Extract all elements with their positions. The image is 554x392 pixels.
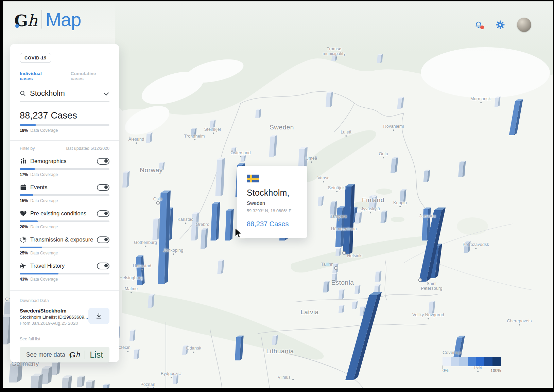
- dataset-range: From Jan.2019-Aug.25 2020: [20, 321, 80, 329]
- filter-row-pre-existing-conditions: Pre existing conditions20% Data Coverage: [20, 210, 109, 229]
- calendar-icon: [20, 184, 27, 191]
- filter-coverage-caption: 43% Data Coverage: [20, 277, 109, 282]
- coverage-percent: 18%: [20, 128, 29, 133]
- case-bar[interactable]: [370, 196, 377, 210]
- filter-progress: [20, 273, 109, 274]
- case-bar[interactable]: [136, 255, 145, 285]
- download-section: Download Data Sweden/Stockholm Stockholm…: [10, 290, 119, 362]
- case-bar[interactable]: [375, 271, 382, 282]
- case-bar[interactable]: [331, 273, 337, 282]
- logo-h: h: [27, 13, 37, 29]
- see-full-list-link[interactable]: See full list: [20, 337, 109, 341]
- download-button[interactable]: [88, 308, 109, 324]
- filter-progress: [20, 194, 109, 196]
- mouse-cursor: [235, 228, 244, 239]
- filter-toggle[interactable]: [97, 236, 109, 243]
- legend-color-scale: [443, 357, 501, 366]
- filter-coverage-caption: 20% Data Coverage: [20, 225, 109, 229]
- coverage-label: Data Coverage: [30, 128, 58, 133]
- case-bar[interactable]: [352, 301, 358, 309]
- case-bar[interactable]: [423, 170, 430, 182]
- case-bar[interactable]: [397, 97, 404, 109]
- list-logo-h: h: [75, 351, 80, 358]
- case-bar[interactable]: [122, 171, 130, 188]
- gh-list-logo: G h: [69, 351, 80, 358]
- legend-min: 0%: [443, 368, 448, 373]
- popup-coordinates: 59.3293° N, 18.0686° E: [247, 209, 299, 213]
- divider: [10, 140, 119, 141]
- gear-icon: [496, 20, 505, 30]
- heart-icon: [20, 210, 27, 217]
- settings-button[interactable]: [495, 20, 505, 30]
- see-more-data-button[interactable]: See more data G h List: [20, 347, 109, 362]
- case-bar[interactable]: [331, 53, 337, 61]
- tab-individual-cases[interactable]: Individual cases: [20, 71, 55, 81]
- case-bar[interactable]: [129, 329, 136, 341]
- case-bar[interactable]: [9, 361, 23, 382]
- case-bar[interactable]: [330, 201, 337, 218]
- case-bar[interactable]: [225, 209, 234, 240]
- notifications-button[interactable]: [473, 20, 484, 30]
- case-bar[interactable]: [323, 281, 330, 292]
- case-bar[interactable]: [159, 162, 165, 171]
- case-bar[interactable]: [182, 345, 188, 355]
- case-bar[interactable]: [339, 289, 345, 299]
- case-bar[interactable]: [51, 361, 60, 375]
- case-bar[interactable]: [318, 196, 324, 206]
- filter-by-label: Filter by: [20, 146, 35, 151]
- legend-tick: [443, 366, 443, 369]
- filter-progress: [20, 220, 109, 222]
- demographics-icon: [20, 158, 27, 165]
- filter-toggle[interactable]: [97, 158, 109, 165]
- filter-toggle[interactable]: [97, 184, 109, 191]
- case-bar[interactable]: [134, 349, 140, 359]
- transmission-icon: [20, 236, 27, 243]
- case-bar[interactable]: [464, 241, 471, 253]
- logo-divider: [41, 10, 42, 29]
- case-bar[interactable]: [77, 376, 85, 387]
- filter-toggle[interactable]: [97, 263, 109, 269]
- case-bar[interactable]: [400, 189, 406, 203]
- case-bar[interactable]: [355, 212, 362, 224]
- case-bar[interactable]: [377, 54, 383, 63]
- case-bar[interactable]: [173, 373, 179, 384]
- chevron-down-icon[interactable]: [104, 90, 109, 95]
- case-bar[interactable]: [201, 228, 208, 249]
- case-bar[interactable]: [218, 260, 224, 274]
- case-bar[interactable]: [191, 212, 199, 240]
- popup-city: Stockholm,: [247, 188, 299, 198]
- case-bar[interactable]: [332, 263, 339, 273]
- filter-toggle[interactable]: [97, 210, 109, 217]
- case-bar[interactable]: [381, 211, 387, 223]
- filter-coverage-caption: 25% Data Coverage: [20, 251, 109, 255]
- coverage-progress: [20, 124, 109, 126]
- gh-map-logo[interactable]: G h Map: [14, 10, 81, 29]
- case-bar[interactable]: [210, 120, 216, 128]
- filter-coverage-caption: 15% Data Coverage: [20, 198, 109, 203]
- case-bar[interactable]: [146, 132, 153, 143]
- case-bar[interactable]: [429, 301, 435, 314]
- search-input[interactable]: [29, 89, 95, 98]
- case-bar[interactable]: [231, 147, 237, 154]
- filter-row-travel-history: Travel History43% Data Coverage: [20, 262, 109, 282]
- case-bar[interactable]: [272, 335, 278, 345]
- location-search[interactable]: [20, 89, 109, 102]
- case-bar[interactable]: [148, 294, 155, 308]
- download-icon: [95, 312, 103, 320]
- case-bar[interactable]: [335, 247, 342, 256]
- tab-divider: [63, 73, 63, 79]
- case-bar[interactable]: [191, 128, 197, 137]
- case-bar[interactable]: [235, 336, 244, 360]
- download-heading: Download Data: [20, 298, 109, 303]
- case-bar[interactable]: [153, 218, 160, 240]
- case-bar[interactable]: [339, 305, 345, 313]
- tab-cumulative-cases[interactable]: Cumulative cases: [71, 71, 109, 81]
- case-bar[interactable]: [495, 96, 501, 107]
- case-bar[interactable]: [255, 109, 261, 118]
- case-bar[interactable]: [354, 285, 361, 294]
- disease-badge[interactable]: COVID-19: [20, 53, 51, 63]
- dataset-title: Sweden/Stockholm: [20, 308, 88, 314]
- case-bar[interactable]: [326, 91, 333, 107]
- popup-cases-link[interactable]: 88,237 Cases: [247, 220, 299, 228]
- avatar[interactable]: [517, 18, 531, 32]
